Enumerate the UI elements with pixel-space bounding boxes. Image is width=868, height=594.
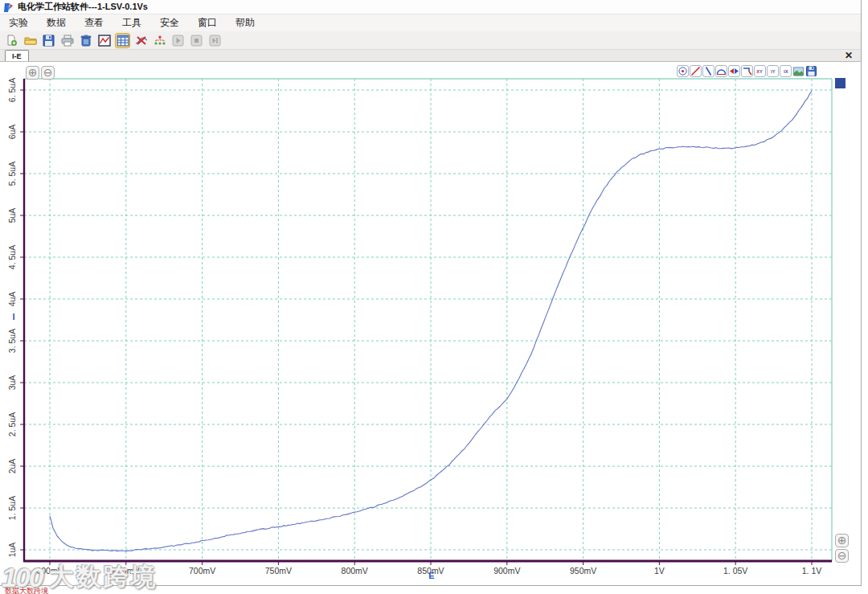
x-tick-label: 1. 1V: [802, 566, 822, 576]
y-tick-label: 3uA: [7, 375, 17, 391]
x-tick-label: 750mV: [265, 566, 292, 576]
menu-data[interactable]: 数据: [41, 14, 72, 31]
y-tick-label: 2uA: [7, 459, 17, 474]
zoom-in-button-top[interactable]: ⊕: [26, 66, 39, 80]
main-toolbar: [0, 31, 861, 50]
x-tick-label: 650mV: [113, 566, 139, 576]
y-tick-label: 2. 5uA: [7, 412, 17, 436]
menu-help[interactable]: 帮助: [230, 14, 260, 31]
y-tick-label: 1uA: [7, 543, 17, 558]
tab-ie-label: I-E: [12, 52, 22, 60]
export-image-icon[interactable]: [792, 65, 805, 77]
skip-to-end-button[interactable]: [207, 33, 223, 48]
run-button[interactable]: [170, 33, 186, 48]
zoom-in-button-bottom[interactable]: ⊕: [835, 534, 849, 547]
x-tick-label: 700mV: [189, 566, 215, 576]
zoom-out-button-bottom[interactable]: ⊖: [835, 549, 849, 563]
delete-button[interactable]: [78, 33, 93, 48]
xy-readout-icon[interactable]: XY: [754, 65, 766, 77]
new-file-button[interactable]: [4, 33, 19, 48]
y-tick-label: 4uA: [7, 292, 17, 307]
menu-bar: 实验 数据 查看 工具 安全 窗口 帮助: [0, 14, 861, 31]
x-tick-label: 600mV: [36, 566, 63, 576]
x-tick-label: 800mV: [342, 566, 368, 576]
x-tick-label: 950mV: [570, 566, 596, 576]
menu-safety[interactable]: 安全: [154, 14, 185, 31]
menu-view[interactable]: 查看: [79, 14, 109, 31]
menu-window[interactable]: 窗口: [192, 14, 223, 31]
window-title: 电化学工作站软件---1-LSV-0.1Vs: [18, 1, 148, 13]
plot-page: 600mV650mV700mV750mV800mV850mV900mV950mV…: [0, 62, 861, 585]
y-tick-label: 6uA: [7, 125, 17, 140]
close-tab-icon[interactable]: ✕: [845, 50, 853, 61]
title-bar: 电化学工作站软件---1-LSV-0.1Vs: [0, 0, 861, 14]
app-logo-icon: [3, 2, 14, 12]
save-plot-icon[interactable]: [805, 65, 817, 77]
page: 电化学工作站软件---1-LSV-0.1Vs 实验 数据 查看 工具 安全 窗口…: [0, 0, 868, 594]
lsv-plot[interactable]: 600mV650mV700mV750mV800mV850mV900mV950mV…: [0, 62, 861, 585]
y-tick-label: 6. 5uA: [7, 78, 17, 102]
point-marker-icon[interactable]: [677, 65, 689, 77]
plot-view-button[interactable]: [96, 33, 112, 48]
series-legend-handle[interactable]: [835, 78, 845, 88]
zoom-out-button-top[interactable]: ⊖: [41, 66, 55, 80]
footer-caption: 数据大数跨境: [5, 586, 48, 594]
y-tick-label: 3. 5uA: [7, 329, 17, 353]
menu-tools[interactable]: 工具: [117, 14, 147, 31]
iy-readout-icon[interactable]: IY: [767, 65, 779, 77]
y-tick-label: 5uA: [7, 208, 17, 223]
y-tick-label: 4. 5uA: [7, 245, 17, 269]
save-button[interactable]: [41, 33, 56, 48]
data-table-button[interactable]: [115, 33, 130, 48]
plot-toolbar: XY IY IX: [677, 65, 817, 77]
tab-ie[interactable]: I-E: [5, 50, 29, 61]
y-axis-title: I: [12, 312, 14, 322]
x-tick-label: 1. 05V: [723, 566, 747, 576]
menu-experiment[interactable]: 实验: [3, 14, 34, 31]
x-tick-label: 1V: [654, 566, 665, 576]
open-folder-button[interactable]: [23, 33, 38, 48]
semicircle-fit-icon[interactable]: [715, 65, 727, 77]
tab-strip: I-E ✕: [0, 50, 861, 62]
tangent-flag-icon[interactable]: [741, 65, 753, 77]
x-tick-label: 900mV: [493, 566, 520, 576]
x-axis-title: E: [428, 571, 434, 580]
stop-button[interactable]: [189, 33, 204, 48]
print-button[interactable]: [59, 33, 75, 48]
y-tick-label: 5. 5uA: [7, 162, 17, 186]
ix-readout-icon[interactable]: IX: [780, 65, 792, 77]
falling-slope-icon[interactable]: [702, 65, 714, 77]
peak-marker-icon[interactable]: [728, 65, 740, 77]
network-button[interactable]: [152, 33, 167, 48]
y-tick-label: 1. 5uA: [7, 496, 17, 520]
close-curve-button[interactable]: [133, 33, 149, 48]
app-window: 电化学工作站软件---1-LSV-0.1Vs 实验 数据 查看 工具 安全 窗口…: [0, 0, 862, 586]
rising-slope-icon[interactable]: [690, 65, 702, 77]
